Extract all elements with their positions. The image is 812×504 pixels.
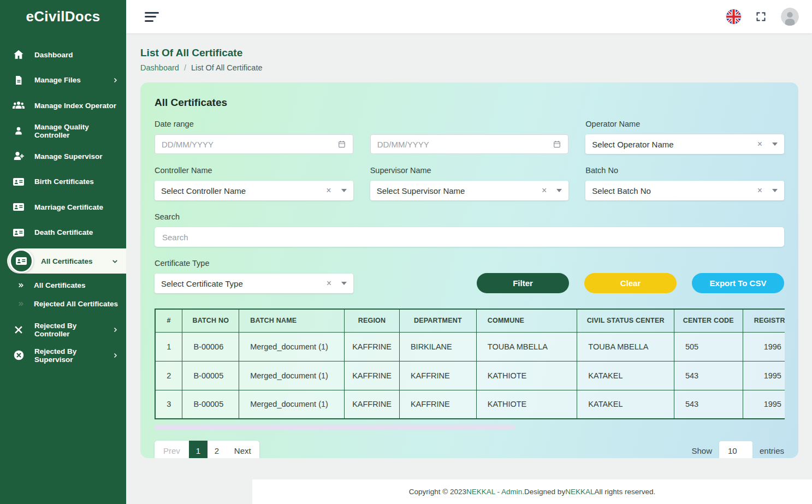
col-header-region: REGION (345, 309, 400, 332)
sidebar-item-rejected-by-controller[interactable]: Rejected By Controller (0, 317, 126, 343)
cell-region: KAFFRINE (345, 390, 400, 419)
sidebar-item-label: Death Certificate (34, 228, 93, 236)
id-card-icon (9, 249, 33, 273)
sidebar-item-label: Rejected By Controller (34, 322, 112, 338)
cell-batch-name: Merged_document (1) (239, 390, 345, 419)
entries-count-input[interactable] (719, 441, 752, 459)
sidebar-item-all-certificates[interactable]: All Certificates (7, 248, 126, 274)
footer-designed-by-text: Designed by (524, 488, 565, 496)
footer: Copyright © 2023 NEKKAL - Admin. Designe… (252, 479, 812, 504)
certificate-type-select-value: Select Certificate Type (161, 279, 327, 288)
sidebar-item-dashboard[interactable]: Dashboard (0, 42, 126, 68)
sidebar-item-death-certificate[interactable]: Death Certificate (0, 220, 126, 246)
table-row[interactable]: 1 B-00006 Merged_document (1) KAFFRINE B… (155, 332, 785, 361)
users-icon (12, 99, 25, 112)
cell-department: BIRKILANE (399, 332, 476, 361)
sidebar-item-label: Manage Quality Controller (34, 123, 118, 139)
sidebar-item-label: Dashboard (34, 51, 73, 59)
sidebar-item-manage-files[interactable]: Manage Files (0, 68, 126, 93)
table-row[interactable]: 3 B-00005 Merged_document (1) KAFFRINE K… (155, 390, 785, 419)
app-root: eCivilDocs Dashboard Manage Files (0, 0, 812, 504)
cell-civil-status-center: KATAKEL (577, 390, 674, 419)
pagination-prev-button[interactable]: Prev (155, 441, 189, 458)
app-logo: eCivilDocs (0, 0, 126, 33)
sidebar-item-label: Marriage Certificate (34, 203, 103, 211)
cell-region: KAFFRINE (345, 361, 400, 390)
chevron-right-icon (112, 327, 118, 333)
user-icon (12, 124, 25, 138)
sidebar-item-label: Manage Supervisor (34, 152, 103, 161)
clear-selection-icon[interactable]: × (326, 186, 331, 195)
breadcrumb: Dashboard / List Of All Certificate (140, 63, 812, 72)
calendar-icon[interactable] (553, 140, 561, 149)
id-card-icon (12, 200, 25, 214)
sidebar-item-label: Rejected By Supervisor (34, 347, 112, 364)
caret-down-icon (772, 189, 778, 192)
cell-registry: 1996 (743, 332, 785, 361)
export-csv-button[interactable]: Export To CSV (692, 273, 784, 293)
sidebar-item-manage-quality-controller[interactable]: Manage Quality Controller (0, 118, 126, 144)
sidebar-item-rejected-by-supervisor[interactable]: Rejected By Supervisor (0, 343, 126, 369)
breadcrumb-separator: / (184, 63, 186, 72)
clear-selection-icon[interactable]: × (757, 139, 762, 149)
sidebar-item-label: Manage Files (34, 76, 81, 84)
calendar-icon[interactable] (337, 140, 346, 149)
sidebar-nav: Dashboard Manage Files Manage Index Oper… (0, 33, 126, 368)
show-label: Show (691, 446, 712, 455)
cell-department: KAFFRINE (399, 361, 476, 390)
sidebar-item-manage-index-operator[interactable]: Manage Index Operator (0, 93, 126, 118)
controller-select-value: Select Controller Name (161, 186, 326, 195)
pagination-page-2-button[interactable]: 2 (208, 441, 226, 458)
home-icon (12, 48, 25, 61)
operator-select-value: Select Operator Name (592, 140, 757, 149)
fullscreen-icon[interactable] (755, 11, 767, 22)
pagination-page-1-button[interactable]: 1 (189, 441, 208, 458)
pagination: Prev 1 2 Next (155, 441, 259, 458)
double-chevron-icon (17, 281, 26, 289)
file-icon (12, 74, 25, 87)
footer-designer-link[interactable]: NEKKAL (565, 488, 594, 496)
cell-index: 1 (155, 332, 182, 361)
supervisor-name-label: Supervisor Name (370, 166, 569, 175)
col-header-index: # (155, 309, 182, 332)
sidebar-item-manage-supervisor[interactable]: Manage Supervisor (0, 144, 126, 169)
cell-commune: KATHIOTE (476, 390, 577, 419)
supervisor-name-select[interactable]: Select Supervisor Name × (370, 181, 569, 200)
operator-name-select[interactable]: Select Operator Name × (585, 134, 784, 154)
cell-index: 3 (155, 390, 182, 419)
filter-button[interactable]: Filter (477, 273, 569, 293)
sidebar-item-marriage-certificate[interactable]: Marriage Certificate (0, 194, 126, 220)
caret-down-icon (341, 189, 347, 192)
sidebar-subitem-rejected-all-certificates[interactable]: Rejected All Certificates (0, 294, 126, 313)
chevron-right-icon (112, 352, 118, 359)
horizontal-scrollbar[interactable] (155, 424, 515, 430)
x-icon (12, 323, 25, 336)
date-from-input[interactable]: DD/MM/YYYY (155, 134, 353, 154)
cell-department: KAFFRINE (399, 390, 476, 419)
pagination-next-button[interactable]: Next (226, 441, 259, 458)
clear-selection-icon[interactable]: × (757, 186, 762, 195)
uk-flag-icon[interactable] (726, 9, 741, 24)
double-chevron-icon (17, 299, 26, 308)
sidebar-subitem-label: All Certificates (34, 281, 86, 289)
sidebar-subitem-label: Rejected All Certificates (34, 300, 118, 308)
sidebar-item-label: All Certificates (41, 257, 93, 265)
batch-no-label: Batch No (585, 166, 784, 175)
search-input[interactable] (155, 227, 784, 247)
cell-commune: KATHIOTE (476, 361, 577, 390)
clear-button[interactable]: Clear (584, 273, 677, 293)
clear-selection-icon[interactable]: × (542, 186, 547, 195)
certificate-type-select[interactable]: Select Certificate Type × (155, 274, 353, 293)
footer-brand-link[interactable]: NEKKAL - Admin. (466, 488, 524, 496)
avatar[interactable] (781, 8, 799, 26)
batch-no-select[interactable]: Select Batch No × (585, 181, 784, 200)
clear-selection-icon[interactable]: × (327, 278, 331, 288)
cell-batch-no: B-00005 (182, 390, 239, 419)
hamburger-menu-icon[interactable] (145, 12, 159, 22)
table-row[interactable]: 2 B-00005 Merged_document (1) KAFFRINE K… (155, 361, 785, 390)
sidebar-item-birth-certificates[interactable]: Birth Certificates (0, 169, 126, 195)
date-to-input[interactable]: DD/MM/YYYY (370, 134, 569, 154)
controller-name-select[interactable]: Select Controller Name × (155, 181, 353, 200)
breadcrumb-dashboard-link[interactable]: Dashboard (140, 63, 179, 72)
sidebar-subitem-all-certificates[interactable]: All Certificates (0, 276, 126, 294)
